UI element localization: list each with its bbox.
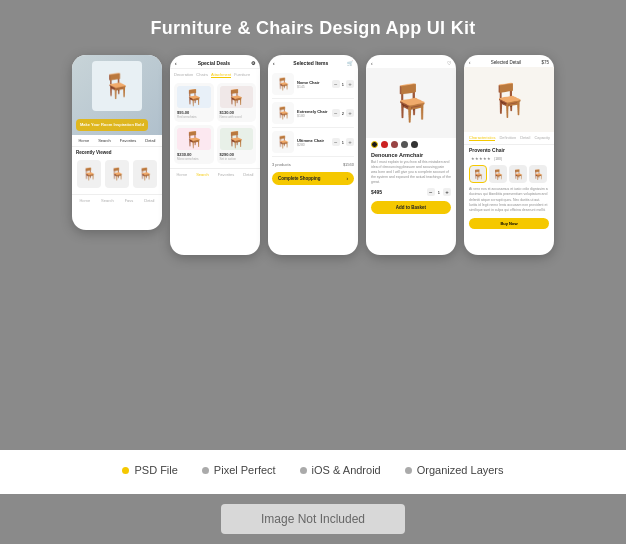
feature-ios: iOS & Android bbox=[300, 464, 381, 476]
ph1-bottom-nav: Home Search Favs Detail bbox=[72, 194, 162, 206]
ph3-qty-minus-2[interactable]: − bbox=[332, 109, 340, 117]
ph3-qty-minus-1[interactable]: − bbox=[332, 80, 340, 88]
ph2-card-2[interactable]: 🪑 $130.00 Nemo with wood bbox=[217, 83, 257, 122]
ph3-checkout-button[interactable]: Complete Shopping › bbox=[272, 172, 354, 185]
ph2-bottom-nav: Home Search Favorites Detail bbox=[170, 168, 260, 180]
features-row: PSD File Pixel Perfect iOS & Android Org… bbox=[122, 464, 503, 476]
phone-2: ‹ Special Deals ⚙ Decoration Chairs Atta… bbox=[170, 55, 260, 255]
ph4-product-desc: But I must explain to you how all this m… bbox=[366, 159, 456, 185]
feature-psd: PSD File bbox=[122, 464, 177, 476]
ph4-color-brown[interactable] bbox=[391, 141, 398, 148]
ph2-filter-icon[interactable]: ⚙ bbox=[251, 60, 255, 66]
ph5-thumb-2[interactable]: 🪑 bbox=[489, 165, 507, 183]
ph1-items: 🪑 🪑 🪑 bbox=[72, 158, 162, 190]
ph5-thumb-4[interactable]: 🪑 bbox=[529, 165, 547, 183]
feature-layers: Organized Layers bbox=[405, 464, 504, 476]
bottom-gray-section: Image Not Included bbox=[0, 494, 626, 544]
ph4-product-image: 🪑 bbox=[366, 68, 456, 138]
ph3-item-3: 🪑 Ultimme Chair $280 − 1 + bbox=[272, 128, 354, 157]
ph1-item-3: 🪑 bbox=[133, 160, 157, 188]
ph3-qty-plus-2[interactable]: + bbox=[346, 109, 354, 117]
ph5-thumb-3[interactable]: 🪑 bbox=[509, 165, 527, 183]
phone-5: ‹ Selected Detail $75 🪑 Characteristics … bbox=[464, 55, 554, 255]
ph3-item-2-img: 🪑 bbox=[272, 102, 294, 124]
ph4-color-black[interactable] bbox=[371, 141, 378, 148]
ph2-card-1[interactable]: 🪑 $95.00 Red armchairs bbox=[174, 83, 214, 122]
ph4-color-gray[interactable] bbox=[401, 141, 408, 148]
ph5-thumb-1[interactable]: 🪑 bbox=[469, 165, 487, 183]
ph2-card-2-img: 🪑 bbox=[220, 86, 254, 108]
ph4-color-swatches bbox=[366, 138, 456, 151]
ph1-item-2: 🪑 bbox=[105, 160, 129, 188]
ph3-qty-plus-1[interactable]: + bbox=[346, 80, 354, 88]
ph4-color-red[interactable] bbox=[381, 141, 388, 148]
ph3-cart-icon[interactable]: 🛒 bbox=[347, 60, 353, 66]
ph5-product-image: 🪑 bbox=[464, 67, 554, 132]
feature-layers-label: Organized Layers bbox=[417, 464, 504, 476]
ph3-item-2-qty: − 2 + bbox=[332, 109, 354, 117]
phones-container: 🪑 Make Your Room Inspiration Bold Home S… bbox=[72, 55, 554, 255]
ph2-card-3[interactable]: 🪑 $230.00 Mono armchairs bbox=[174, 125, 214, 164]
ph1-item-1: 🪑 bbox=[77, 160, 101, 188]
ph4-qty-plus[interactable]: + bbox=[443, 188, 451, 196]
ph3-header: ‹ Selected Items 🛒 bbox=[268, 55, 358, 68]
feature-pixel: Pixel Perfect bbox=[202, 464, 276, 476]
ph5-description: At vero eos et accusamus et iusto odio d… bbox=[464, 185, 554, 215]
ph2-categories: Decoration Chairs Attachment Furniture bbox=[170, 69, 260, 81]
ph3-item-2-info: Extremely Chair $180 bbox=[297, 109, 329, 118]
ph3-item-3-img: 🪑 bbox=[272, 131, 294, 153]
feature-ios-label: iOS & Android bbox=[312, 464, 381, 476]
ph2-back-icon[interactable]: ‹ bbox=[175, 60, 177, 66]
feature-psd-dot bbox=[122, 467, 129, 474]
ph5-price: $75 bbox=[541, 60, 549, 65]
ph3-item-1-qty: − 1 + bbox=[332, 80, 354, 88]
ph3-title: Selected Items bbox=[293, 60, 328, 66]
ph4-back-icon[interactable]: ‹ bbox=[371, 60, 373, 66]
features-section: PSD File Pixel Perfect iOS & Android Org… bbox=[0, 450, 626, 494]
phone-3: ‹ Selected Items 🛒 🪑 Nome Chair $145 − 1… bbox=[268, 55, 358, 255]
ph5-back-icon[interactable]: ‹ bbox=[469, 60, 471, 65]
ph3-item-1: 🪑 Nome Chair $145 − 1 + bbox=[272, 70, 354, 99]
ph1-hero-text: Make Your Room Inspiration Bold bbox=[76, 119, 148, 131]
ph3-qty-plus-3[interactable]: + bbox=[346, 138, 354, 146]
ph2-title: Special Deals bbox=[198, 60, 230, 66]
ph4-price: $495 bbox=[371, 189, 382, 195]
feature-layers-dot bbox=[405, 467, 412, 474]
ph4-quantity-control: − 1 + bbox=[427, 188, 451, 196]
ph1-hero: 🪑 Make Your Room Inspiration Bold bbox=[72, 55, 162, 135]
ph5-thumbnails: 🪑 🪑 🪑 🪑 bbox=[464, 163, 554, 185]
ph3-item-3-info: Ultimme Chair $280 bbox=[297, 138, 329, 147]
ph5-stars: ★★★★★ (180) bbox=[464, 155, 554, 163]
ph2-card-4[interactable]: 🪑 $290.00 Set in action bbox=[217, 125, 257, 164]
ph5-header: ‹ Selected Detail $75 bbox=[464, 55, 554, 67]
feature-pixel-dot bbox=[202, 467, 209, 474]
ph5-title: Selected Detail bbox=[491, 60, 521, 65]
ph3-arrow-icon: › bbox=[347, 176, 349, 181]
ph5-buy-button[interactable]: Buy Now bbox=[469, 218, 549, 229]
phone-4: ‹ ♡ 🪑 Denounce Armchair But I must expla… bbox=[366, 55, 456, 255]
ph3-items-list: 🪑 Nome Chair $145 − 1 + 🪑 Extremely Chai… bbox=[268, 68, 358, 159]
ph3-item-3-qty: − 1 + bbox=[332, 138, 354, 146]
ph4-price-row: $495 − 1 + bbox=[366, 185, 456, 199]
ph4-color-darkgray[interactable] bbox=[411, 141, 418, 148]
ph5-tabs: Characteristics Definition Detail Capaci… bbox=[464, 132, 554, 145]
ph4-heart-icon[interactable]: ♡ bbox=[447, 60, 451, 66]
ph5-product-name: Provento Chair bbox=[464, 145, 554, 155]
ph4-product-name: Denounce Armchair bbox=[366, 151, 456, 159]
phone-1: 🪑 Make Your Room Inspiration Bold Home S… bbox=[72, 55, 162, 230]
top-section: Furniture & Chairs Design App UI Kit 🪑 M… bbox=[0, 0, 626, 450]
ph3-back-icon[interactable]: ‹ bbox=[273, 60, 275, 66]
image-not-included-label: Image Not Included bbox=[221, 504, 405, 534]
feature-psd-label: PSD File bbox=[134, 464, 177, 476]
ph2-card-3-img: 🪑 bbox=[177, 128, 211, 150]
feature-pixel-label: Pixel Perfect bbox=[214, 464, 276, 476]
ph2-card-1-img: 🪑 bbox=[177, 86, 211, 108]
ph4-header: ‹ ♡ bbox=[366, 55, 456, 68]
ph1-nav: Home Search Favorites Detail bbox=[72, 135, 162, 147]
ph1-recently-viewed: Recently Viewed bbox=[72, 147, 162, 158]
ph4-add-to-basket-button[interactable]: Add to Basket bbox=[371, 201, 451, 214]
ph4-qty-minus[interactable]: − bbox=[427, 188, 435, 196]
page-title: Furniture & Chairs Design App UI Kit bbox=[150, 18, 475, 39]
ph3-qty-minus-3[interactable]: − bbox=[332, 138, 340, 146]
ph2-card-4-img: 🪑 bbox=[220, 128, 254, 150]
